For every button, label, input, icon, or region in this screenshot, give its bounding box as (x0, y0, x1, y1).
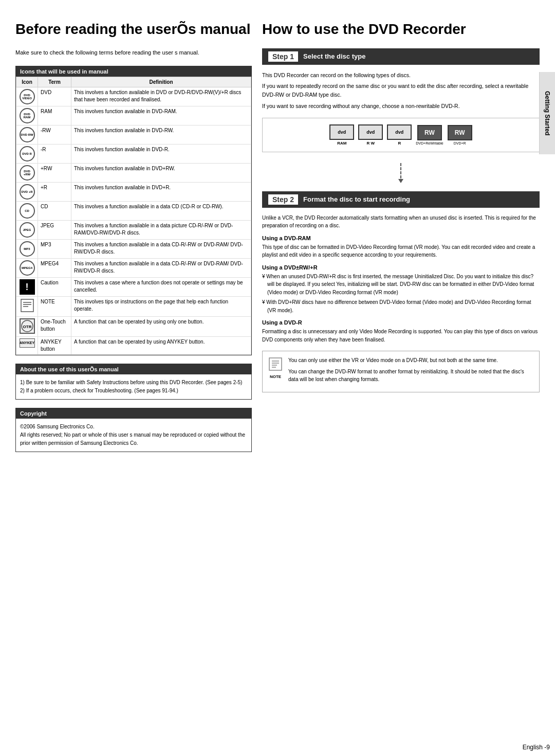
icons-table-header: Icons that will be used in manual (16, 66, 251, 77)
term-cell-2: -RW (38, 125, 71, 145)
bullet-1-0: ¥ When an unused DVD-RW/+R disc is first… (262, 273, 540, 297)
step2-header: Step 2 Format the disc to start recordin… (262, 191, 540, 208)
term-cell-1: RAM (38, 106, 71, 125)
note-text: You can only use either the VR or Video … (288, 356, 534, 387)
anykey-icon: ANYKEY (20, 338, 35, 348)
step2-intro: Unlike a VCR, the DVD Recorder automatic… (262, 214, 540, 230)
disc-icon-jpeg: JPEG (20, 222, 35, 238)
footer-bar: English -9 (523, 744, 550, 751)
def-cell-0: This involves a function available in DV… (71, 87, 251, 106)
term-cell-4: +RW (38, 164, 71, 183)
dvd-icons-row: dvd RAM dvd R W dvd R RW DVD+ReWritable … (262, 118, 540, 152)
about-item-0: 1) Be sure to be familiar with Safety In… (20, 379, 247, 387)
subsection-title-1: Using a DVD±RW/+R (262, 264, 540, 271)
term-cell-10: Caution (38, 278, 71, 297)
step2-sections: Using a DVD-RAMThis type of disc can be … (262, 235, 540, 344)
term-cell-8: MP3 (38, 240, 71, 259)
term-cell-13: ANYKEY button (38, 337, 71, 355)
def-cell-11: This involves tips or instructions on th… (71, 297, 251, 317)
col-term: Term (38, 77, 71, 87)
icon-cell-2: DVD RW (16, 125, 38, 145)
about-box: About the use of this userÕs manual 1) B… (15, 364, 252, 400)
about-box-header: About the use of this userÕs manual (16, 364, 251, 374)
svg-rect-6 (269, 358, 282, 370)
right-column: How to use the DVD Recorder Step 1 Selec… (262, 21, 540, 741)
left-title: Before reading the userÕs manual (15, 21, 252, 38)
note-icon-table (19, 298, 35, 315)
disc-icon-ram: dvd RAM (329, 124, 354, 146)
footer-text: English -9 (523, 744, 550, 751)
icon-cell-4: DVD +RW (16, 164, 38, 183)
def-cell-4: This involves function available in DVD+… (71, 164, 251, 183)
page-container: Before reading the userÕs manual Make su… (0, 0, 555, 756)
icon-cell-1: DVD RAM (16, 106, 38, 125)
def-cell-2: This involves function available in DVD-… (71, 125, 251, 145)
disc-icon-mpeg4: MPEG4 (20, 260, 35, 276)
step2-num: Step 2 (268, 194, 298, 205)
copyright-box-header: Copyright (16, 408, 251, 419)
note-line-0: You can only use either the VR or Video … (288, 356, 534, 365)
disc-icon-dvd: DVD VIDEO (20, 89, 35, 104)
step1-num: Step 1 (268, 51, 298, 62)
disc-shape-rw: dvd (358, 124, 383, 140)
term-cell-0: DVD (38, 87, 71, 106)
def-cell-9: This involves a function available in a … (71, 259, 251, 278)
bullet-1-1: ¥ With DVD+RW discs have no difference b… (262, 298, 540, 314)
col-definition: Definition (71, 77, 251, 87)
disc-icon-mp3: MP3 (20, 241, 35, 257)
term-cell-11: NOTE (38, 297, 71, 317)
step2-section: Step 2 Format the disc to start recordin… (262, 191, 540, 392)
about-box-content: 1) Be sure to be familiar with Safety In… (16, 374, 251, 399)
copyright-box-content: ©2006 Samsung Electronics Co.All rights … (16, 419, 251, 452)
icon-cell-8: MP3 (16, 240, 38, 259)
def-cell-5: This involves function available in DVD+… (71, 183, 251, 202)
step1-label: Select the disc type (303, 52, 365, 60)
right-title: How to use the DVD Recorder (262, 21, 540, 38)
disc-icon-ram: DVD RAM (20, 108, 35, 123)
term-cell-12: One-Touch button (38, 317, 71, 337)
icon-cell-13: ANYKEY (16, 337, 38, 355)
dotted-arrow (262, 163, 540, 183)
def-cell-8: This involves a function available in a … (71, 240, 251, 259)
step1-intro-0: This DVD Recorder can record on the foll… (262, 71, 540, 80)
icon-cell-5: DVD +R (16, 183, 38, 202)
caution-icon: ! (20, 279, 35, 295)
note-box: NOTE You can only use either the VR or V… (262, 351, 540, 392)
term-cell-7: JPEG (38, 221, 71, 240)
disc-icon-cd: CD (20, 203, 35, 219)
term-cell-6: CD (38, 202, 71, 221)
def-cell-12: A function that can be operated by using… (71, 317, 251, 337)
col-icon: Icon (16, 77, 38, 87)
onetouch-icon: OTR (20, 318, 35, 334)
sidebar-tab: Getting Started (539, 72, 555, 154)
def-cell-6: This involves a function available in a … (71, 202, 251, 221)
subsection-title-2: Using a DVD-R (262, 319, 540, 326)
term-cell-5: +R (38, 183, 71, 202)
def-cell-10: This involves a case where a function do… (71, 278, 251, 297)
disc-icon-rw: DVD +RW (20, 165, 35, 181)
subsection-text-2: Formatting a disc is unnecessary and onl… (262, 328, 540, 344)
step1-intro-2: If you want to save recording without an… (262, 102, 540, 111)
sidebar-label: Getting Started (544, 91, 551, 136)
disc-icon-plus-r: RW DVD+R (448, 125, 472, 145)
disc-icon-rw: DVD RW (20, 127, 35, 142)
left-column: Before reading the userÕs manual Make su… (15, 21, 252, 741)
icon-cell-12: OTR (16, 317, 38, 337)
def-cell-7: This involves a function available in a … (71, 221, 251, 240)
step2-label: Format the disc to start recording (303, 195, 410, 203)
term-cell-3: -R (38, 145, 71, 164)
def-cell-13: A function that can be operated by using… (71, 337, 251, 355)
icon-cell-7: JPEG (16, 221, 38, 240)
icon-cell-10: ! (16, 278, 38, 297)
svg-text:OTR: OTR (23, 325, 31, 329)
disc-icon-plus-rw: RW DVD+ReWritable (416, 125, 443, 145)
disc-icon-rw: dvd R W (358, 124, 383, 146)
icon-cell-0: DVD VIDEO (16, 87, 38, 106)
about-item-1: 2) If a problem occurs, check for Troubl… (20, 387, 247, 395)
note-line-1: You can change the DVD-RW format to anot… (288, 368, 534, 384)
disc-icon-r: dvd R (387, 124, 412, 146)
copyright-line-0: ©2006 Samsung Electronics Co. (20, 423, 247, 431)
subsection-title-0: Using a DVD-RAM (262, 235, 540, 241)
icons-table-wrapper: Icons that will be used in manual Icon T… (15, 66, 252, 355)
note-icon (268, 356, 283, 372)
